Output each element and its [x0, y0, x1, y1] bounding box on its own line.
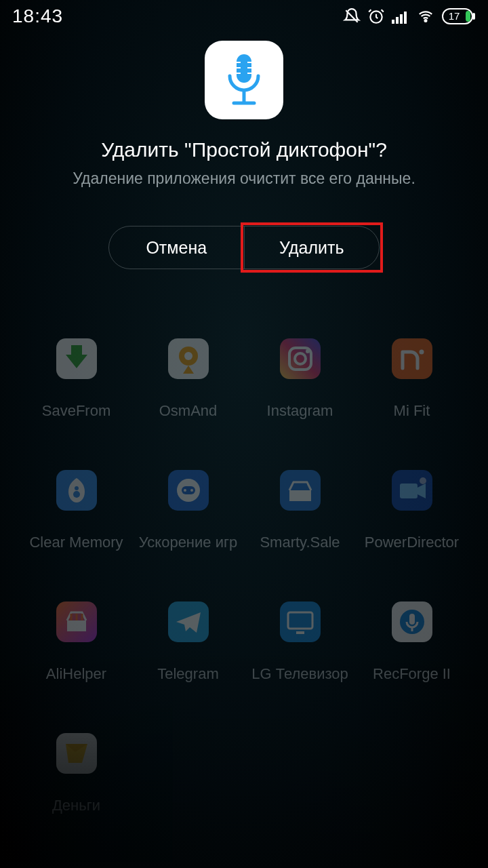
app-icon [375, 585, 449, 658]
app-gameboost[interactable]: Ускорение игр [132, 454, 244, 568]
app-label: LG Телевизор [251, 665, 348, 699]
svg-point-45 [420, 477, 426, 484]
app-powerdirector[interactable]: PowerDirector [356, 454, 468, 568]
svg-rect-38 [289, 490, 311, 501]
svg-rect-27 [392, 338, 432, 379]
app-instagram[interactable]: Instagram [244, 322, 356, 436]
dialog-buttons: Отмена Удалить [108, 226, 380, 269]
app-label: Telegram [157, 665, 218, 699]
app-smartysale[interactable]: Smarty.Sale [244, 454, 356, 568]
svg-rect-7 [472, 13, 475, 20]
svg-rect-23 [280, 338, 321, 379]
svg-point-35 [184, 489, 186, 492]
svg-point-5 [425, 20, 427, 22]
app-alihelper[interactable]: AliHelper [20, 585, 132, 699]
app-label: PowerDirector [365, 534, 459, 568]
app-icon [40, 322, 113, 395]
svg-rect-8 [466, 11, 470, 22]
svg-rect-55 [296, 631, 304, 634]
app-icon [152, 585, 225, 658]
dnd-icon [343, 7, 361, 25]
alarm-icon [367, 7, 385, 25]
status-time: 18:43 [12, 5, 63, 27]
app-lgtv[interactable]: LG Телевизор [244, 585, 356, 699]
delete-button[interactable]: Удалить [245, 226, 380, 269]
app-label: AliHelper [46, 665, 106, 699]
app-mifit[interactable]: Mi Fit [356, 322, 468, 436]
cellular-icon [392, 9, 409, 24]
app-savefrom[interactable]: SaveFrom [20, 322, 132, 436]
battery-text: 17 [449, 10, 460, 22]
app-icon [40, 585, 113, 658]
svg-rect-53 [280, 601, 321, 642]
app-label: Clear Memory [29, 534, 123, 568]
app-label: Smarty.Sale [260, 534, 340, 568]
dialog-title: Удалить "Простой диктофон"? [0, 138, 488, 161]
app-label: RecForge II [373, 665, 451, 699]
cancel-button[interactable]: Отмена [109, 226, 245, 269]
app-label: SaveFrom [42, 402, 110, 436]
svg-rect-58 [409, 614, 415, 625]
app-icon [152, 454, 225, 527]
app-icon [152, 322, 225, 395]
battery-icon: 17 [442, 8, 476, 24]
svg-rect-2 [396, 17, 399, 24]
app-label: OsmAnd [159, 402, 218, 436]
svg-point-30 [73, 491, 80, 498]
svg-rect-43 [400, 484, 418, 498]
svg-point-22 [184, 352, 192, 360]
microphone-icon [220, 53, 268, 107]
svg-point-28 [419, 350, 424, 355]
app-label: Instagram [267, 402, 333, 436]
app-icon [375, 454, 449, 527]
app-money[interactable]: Деньги [20, 717, 132, 831]
app-label: Mi Fit [394, 402, 430, 436]
wifi-icon [416, 9, 435, 24]
app-osmand[interactable]: OsmAnd [132, 322, 244, 436]
status-bar: 18:43 [0, 0, 488, 33]
app-icon [264, 454, 337, 527]
svg-point-26 [306, 349, 310, 353]
dialog-subtitle: Удаление приложения очистит все его данн… [0, 170, 488, 188]
svg-rect-4 [404, 12, 407, 24]
app-recforge[interactable]: RecForge II [356, 585, 468, 699]
app-telegram[interactable]: Telegram [132, 585, 244, 699]
svg-point-36 [190, 489, 193, 492]
svg-rect-3 [400, 14, 403, 24]
app-label: Ускорение игр [139, 534, 237, 568]
app-icon [264, 585, 337, 658]
app-icon [375, 322, 449, 395]
home-screen-apps: SaveFrom OsmAnd Instagram Mi Fit Clear M… [0, 322, 488, 868]
svg-rect-1 [392, 20, 394, 24]
app-icon [40, 454, 113, 527]
status-icons: 17 [343, 7, 476, 25]
app-icon [40, 717, 113, 790]
app-icon-large [205, 41, 283, 119]
uninstall-dialog: Удалить "Простой диктофон"? Удаление при… [0, 41, 488, 269]
app-icon [264, 322, 337, 395]
svg-rect-47 [67, 620, 86, 631]
app-label: Деньги [52, 797, 100, 831]
svg-point-31 [75, 486, 79, 490]
app-clearmem[interactable]: Clear Memory [20, 454, 132, 568]
